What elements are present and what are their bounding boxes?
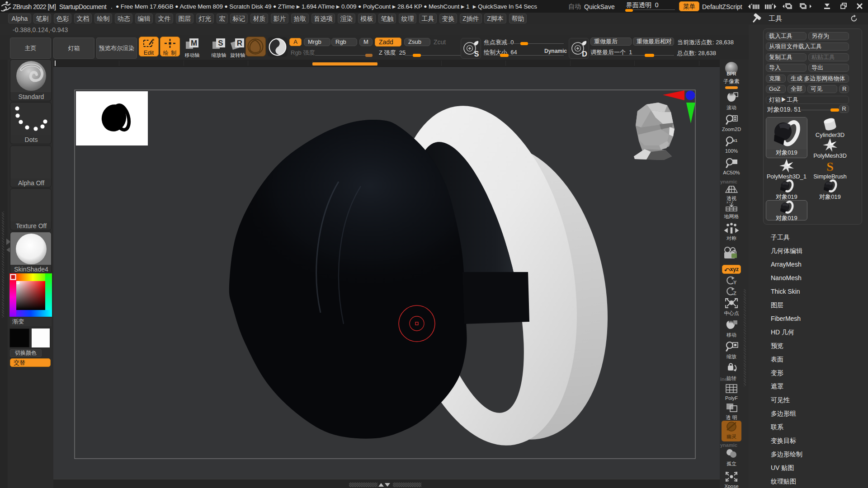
svg-text:D: D xyxy=(582,50,587,58)
svg-text:Z: Z xyxy=(733,291,736,296)
svg-text:S: S xyxy=(218,39,223,47)
svg-text:M: M xyxy=(191,39,197,47)
svg-text:x1: x1 xyxy=(733,138,737,143)
svg-text:S: S xyxy=(474,50,479,58)
svg-text:S: S xyxy=(826,160,834,173)
svg-text:BPR: BPR xyxy=(726,71,736,76)
svg-text:X Y Z: X Y Z xyxy=(726,201,733,204)
svg-text:R: R xyxy=(237,39,242,47)
svg-text:Y: Y xyxy=(733,280,736,285)
